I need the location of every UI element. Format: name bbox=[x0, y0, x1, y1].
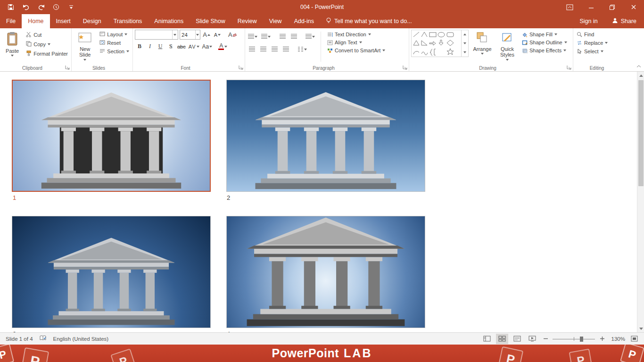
align-left-button[interactable] bbox=[247, 44, 256, 54]
tab-animations[interactable]: Animations bbox=[148, 14, 190, 28]
section-dropdown-caret[interactable] bbox=[126, 50, 129, 52]
align-right-button[interactable] bbox=[270, 44, 279, 54]
cut-button[interactable]: Cut bbox=[25, 31, 69, 39]
layout-button[interactable]: Layout bbox=[98, 31, 131, 38]
scroll-down-icon[interactable] bbox=[637, 325, 644, 332]
replace-button[interactable]: Replace bbox=[575, 40, 609, 46]
copy-dropdown-caret[interactable] bbox=[48, 43, 50, 45]
decrease-indent-button[interactable] bbox=[278, 32, 287, 41]
convert-to-smartart-button[interactable]: Convert to SmartArt bbox=[326, 47, 387, 54]
tab-view[interactable]: View bbox=[263, 14, 288, 28]
collapse-ribbon-icon[interactable] bbox=[636, 63, 641, 69]
font-size-input[interactable] bbox=[180, 30, 195, 39]
gallery-more-icon[interactable] bbox=[462, 48, 468, 57]
slide-thumbnail-4[interactable] bbox=[226, 216, 425, 328]
increase-indent-button[interactable] bbox=[289, 32, 298, 41]
new-slide-button[interactable]: New Slide bbox=[74, 30, 96, 64]
slide-thumbnail-2[interactable] bbox=[226, 80, 425, 192]
tab-home[interactable]: Home bbox=[22, 14, 50, 28]
close-button[interactable] bbox=[623, 0, 644, 14]
font-name-dropdown[interactable] bbox=[172, 30, 178, 39]
underline-button[interactable]: U bbox=[156, 41, 165, 51]
font-color-button[interactable]: A bbox=[217, 41, 228, 51]
clipboard-dialog-launcher-icon[interactable] bbox=[65, 65, 70, 70]
numbering-button[interactable] bbox=[260, 32, 272, 41]
text-direction-button[interactable]: Text Direction bbox=[326, 31, 387, 38]
arrange-button[interactable]: Arrange bbox=[471, 30, 494, 64]
font-size-combo[interactable] bbox=[180, 30, 200, 40]
reading-view-icon[interactable] bbox=[511, 334, 523, 344]
quick-styles-button[interactable]: Quick Styles bbox=[496, 30, 519, 64]
tab-review[interactable]: Review bbox=[231, 14, 263, 28]
scroll-up-icon[interactable] bbox=[637, 72, 644, 79]
tab-transitions[interactable]: Transitions bbox=[107, 14, 149, 28]
touch-mode-icon[interactable] bbox=[52, 3, 60, 11]
new-slide-dropdown-caret[interactable] bbox=[83, 59, 86, 61]
save-icon[interactable] bbox=[7, 3, 15, 11]
font-name-combo[interactable] bbox=[135, 30, 178, 40]
shape-effects-button[interactable]: Shape Effects bbox=[520, 47, 569, 54]
tab-add-ins[interactable]: Add-ins bbox=[288, 14, 320, 28]
tab-slide-show[interactable]: Slide Show bbox=[190, 14, 231, 28]
undo-icon[interactable] bbox=[22, 3, 30, 11]
font-dialog-launcher-icon[interactable] bbox=[238, 65, 244, 70]
zoom-percentage[interactable]: 130% bbox=[609, 336, 625, 342]
paste-button[interactable]: Paste bbox=[2, 30, 23, 64]
tab-file[interactable]: File bbox=[0, 14, 22, 28]
slide-thumbnail-1[interactable] bbox=[12, 80, 211, 192]
tell-me-box[interactable]: Tell me what you want to do... bbox=[320, 14, 418, 28]
font-size-dropdown[interactable] bbox=[195, 30, 200, 39]
language-indicator[interactable]: English (United States) bbox=[53, 336, 109, 342]
shape-fill-button[interactable]: Shape Fill bbox=[520, 31, 569, 38]
align-text-button[interactable]: Align Text bbox=[326, 39, 387, 46]
reset-button[interactable]: Reset bbox=[98, 39, 131, 47]
bullets-button[interactable] bbox=[247, 32, 258, 41]
copy-button[interactable]: Copy bbox=[25, 40, 69, 49]
italic-button[interactable]: I bbox=[145, 41, 155, 51]
spellcheck-icon[interactable] bbox=[40, 335, 47, 342]
shrink-font-button[interactable]: A bbox=[213, 30, 222, 40]
paste-dropdown-caret[interactable] bbox=[11, 55, 14, 57]
strikethrough-button[interactable]: abc bbox=[176, 41, 187, 51]
paragraph-dialog-launcher-icon[interactable] bbox=[402, 65, 408, 70]
zoom-slider[interactable] bbox=[553, 336, 595, 342]
minimize-button[interactable] bbox=[580, 0, 602, 14]
shape-gallery[interactable] bbox=[411, 30, 469, 57]
font-name-input[interactable] bbox=[135, 30, 172, 39]
customize-qat-icon[interactable] bbox=[67, 3, 75, 11]
shape-outline-button[interactable]: Shape Outline bbox=[520, 39, 569, 46]
slide-indicator[interactable]: Slide 1 of 4 bbox=[6, 336, 33, 342]
tab-insert[interactable]: Insert bbox=[50, 14, 77, 28]
gallery-up-icon[interactable] bbox=[462, 30, 468, 39]
share-button[interactable]: Share bbox=[604, 14, 644, 28]
normal-view-icon[interactable] bbox=[481, 334, 493, 344]
redo-icon[interactable] bbox=[37, 3, 45, 11]
restore-button[interactable] bbox=[602, 0, 623, 14]
columns-button[interactable] bbox=[297, 44, 308, 54]
slide-thumbnail-3[interactable] bbox=[12, 216, 211, 328]
fit-slide-to-window-icon[interactable] bbox=[628, 334, 640, 344]
vertical-scrollbar[interactable] bbox=[637, 72, 644, 332]
text-shadow-button[interactable]: S bbox=[166, 41, 175, 51]
ribbon-display-options-icon[interactable] bbox=[559, 0, 580, 14]
section-button[interactable]: Section bbox=[98, 48, 131, 55]
slide-show-icon[interactable] bbox=[526, 334, 538, 344]
sign-in-button[interactable]: Sign in bbox=[573, 14, 604, 28]
tab-design[interactable]: Design bbox=[77, 14, 107, 28]
gallery-down-icon[interactable] bbox=[462, 39, 468, 48]
line-spacing-button[interactable] bbox=[305, 32, 316, 41]
character-spacing-button[interactable]: AV bbox=[188, 41, 200, 51]
scrollbar-thumb[interactable] bbox=[638, 80, 644, 186]
align-center-button[interactable] bbox=[258, 44, 268, 54]
select-button[interactable]: Select bbox=[575, 48, 609, 55]
zoom-in-icon[interactable] bbox=[598, 334, 606, 344]
clear-formatting-button[interactable]: A bbox=[227, 30, 238, 40]
change-case-button[interactable]: Aa bbox=[201, 41, 214, 51]
format-painter-button[interactable]: Format Painter bbox=[25, 49, 69, 58]
drawing-dialog-launcher-icon[interactable] bbox=[566, 65, 572, 70]
grow-font-button[interactable]: A bbox=[202, 30, 211, 40]
zoom-out-icon[interactable] bbox=[541, 334, 550, 344]
find-button[interactable]: Find bbox=[575, 31, 609, 38]
layout-dropdown-caret[interactable] bbox=[124, 33, 127, 35]
justify-button[interactable] bbox=[281, 44, 290, 54]
